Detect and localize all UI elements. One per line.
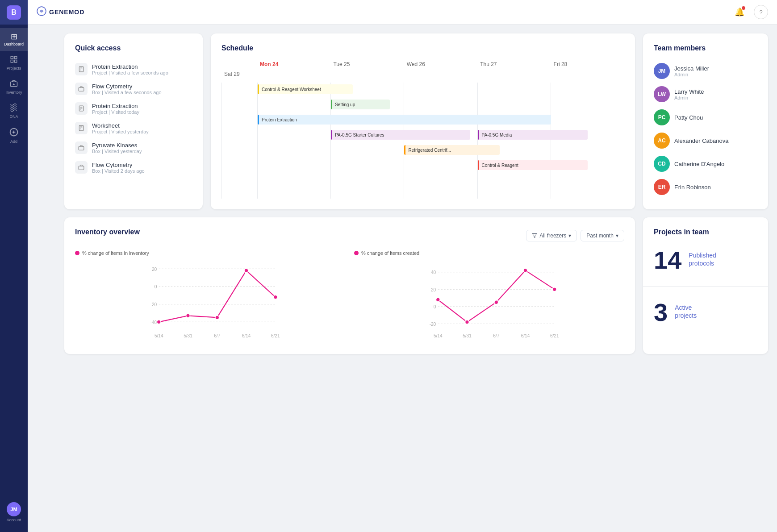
chevron-down-icon-2: ▾ [616, 233, 618, 239]
topbar-actions: 🔔 ? [732, 5, 768, 19]
member-info-1: Larry White Admin [674, 88, 704, 100]
member-info-2: Patty Chou [674, 114, 703, 121]
schedule-day-mon: Mon 24 [257, 59, 330, 69]
member-avatar-4: CD [654, 156, 670, 172]
sidebar-item-inventory[interactable]: Inventory [0, 75, 28, 99]
svg-text:6/7: 6/7 [493, 333, 499, 338]
sidebar-item-dna[interactable]: DNA [0, 99, 28, 123]
quick-item-info-0: Protein Extraction Project | Visited a f… [92, 63, 168, 75]
sidebar: B ⊞ Dashboard Projects Inventory DNA [0, 0, 28, 532]
quick-item-name-2: Protein Extraction [92, 103, 139, 109]
svg-text:6/21: 6/21 [271, 333, 280, 338]
svg-rect-2 [11, 60, 13, 62]
schedule-event-4[interactable]: PA-0.5G Media [478, 130, 588, 140]
team-member-3[interactable]: AC Alexander Cabanova [654, 129, 757, 152]
quick-item-icon-1 [75, 83, 88, 95]
member-name-1: Larry White [674, 88, 704, 95]
published-label: Publishedprotocols [689, 248, 716, 267]
sidebar-item-account[interactable]: JM Account [5, 498, 23, 527]
chart2-svg: -20020405/145/316/76/146/21 [354, 261, 624, 341]
schedule-day-fri: Fri 28 [551, 59, 624, 69]
schedule-event-0[interactable]: Control & Reagent Worksheet [258, 84, 353, 94]
schedule-event-1[interactable]: Setting up [331, 100, 389, 109]
quick-item-name-0: Protein Extraction [92, 63, 168, 70]
schedule-event-3[interactable]: PA-0.5G Starter Cultures [331, 130, 470, 140]
team-member-0[interactable]: JM Jessica Miller Admin [654, 59, 757, 83]
member-role-0: Admin [674, 72, 709, 77]
svg-point-35 [157, 320, 161, 324]
filter-icon [532, 233, 537, 238]
member-name-3: Alexander Cabanova [674, 137, 728, 144]
notification-button[interactable]: 🔔 [732, 5, 747, 19]
legend-dot-1 [75, 251, 79, 255]
filter-period-button[interactable]: Past month ▾ [581, 230, 624, 241]
sidebar-nav: ⊞ Dashboard Projects Inventory DNA Add [0, 25, 28, 498]
quick-item-0[interactable]: Protein Extraction Project | Visited a f… [75, 59, 192, 79]
quick-item-1[interactable]: Flow Cytometry Box | Visited a few secon… [75, 79, 192, 99]
svg-text:20: 20 [152, 267, 157, 272]
svg-text:5/31: 5/31 [184, 333, 192, 338]
quick-item-info-3: Worksheet Project | Visited yesterday [92, 122, 149, 134]
chevron-down-icon: ▾ [568, 233, 571, 239]
projects-stat: 14 Publishedprotocols 3 Activeprojects [654, 243, 757, 325]
svg-point-54 [465, 320, 469, 324]
team-members-title: Team members [654, 44, 757, 52]
active-stat-row: 3 Activeprojects [654, 300, 757, 325]
svg-marker-26 [532, 234, 537, 238]
quick-item-info-4: Pyruvate Kinases Box | Visited yesterday [92, 142, 142, 154]
svg-text:20: 20 [431, 287, 436, 292]
team-member-5[interactable]: ER Erin Robinson [654, 175, 757, 199]
schedule-event-5[interactable]: Refrigerated Centrif... [404, 145, 499, 155]
team-member-1[interactable]: LW Larry White Admin [654, 83, 757, 106]
chart2-container: % change of items created -20020405/145/… [354, 250, 624, 343]
filter-freezers-label: All freezers [539, 233, 566, 239]
topbar-logo-icon [37, 6, 46, 18]
team-member-4[interactable]: CD Catherine D'Angelo [654, 152, 757, 175]
account-avatar: JM [7, 502, 21, 516]
member-role-1: Admin [674, 95, 704, 100]
team-member-2[interactable]: PC Patty Chou [654, 106, 757, 129]
sidebar-item-label-dashboard: Dashboard [4, 42, 24, 46]
svg-rect-0 [11, 56, 13, 58]
sidebar-item-label-dna: DNA [9, 114, 18, 119]
svg-rect-15 [79, 87, 84, 91]
dna-icon [10, 104, 18, 113]
quick-access-card: Quick access Protein Extraction Project … [64, 33, 203, 209]
sidebar-item-dashboard[interactable]: ⊞ Dashboard [0, 28, 28, 51]
chart2-legend: % change of items created [354, 250, 624, 256]
bottom-row: Inventory overview All freezers ▾ Past m… [64, 217, 768, 354]
svg-text:6/14: 6/14 [521, 333, 530, 338]
quick-item-meta-4: Box | Visited yesterday [92, 149, 142, 154]
svg-text:-20: -20 [430, 322, 436, 327]
schedule-header: Mon 24 Tue 25 Wed 26 Thu 27 Fri 28 Sat 2… [221, 59, 624, 79]
schedule-events: Control & Reagent WorksheetSetting upPro… [258, 83, 624, 199]
sidebar-item-projects[interactable]: Projects [0, 51, 28, 75]
filter-freezers-button[interactable]: All freezers ▾ [526, 230, 577, 241]
svg-point-38 [244, 269, 248, 273]
svg-rect-3 [15, 60, 17, 62]
schedule-event-2[interactable]: Protein Extraction [258, 115, 551, 125]
quick-item-name-5: Flow Cytometry [92, 162, 145, 168]
svg-text:0: 0 [434, 304, 436, 309]
help-button[interactable]: ? [754, 5, 768, 19]
quick-item-3[interactable]: Worksheet Project | Visited yesterday [75, 118, 192, 138]
quick-item-name-3: Worksheet [92, 122, 149, 129]
svg-text:5/14: 5/14 [155, 333, 163, 338]
quick-access-title: Quick access [75, 44, 192, 52]
sidebar-item-add[interactable]: Add [0, 123, 28, 148]
svg-rect-24 [79, 146, 84, 150]
schedule-event-6[interactable]: Control & Reagent [478, 160, 588, 170]
svg-text:6/7: 6/7 [214, 333, 220, 338]
quick-item-icon-4 [75, 141, 88, 154]
quick-item-5[interactable]: Flow Cytometry Box | Visited 2 days ago [75, 158, 192, 177]
quick-item-4[interactable]: Pyruvate Kinases Box | Visited yesterday [75, 138, 192, 158]
quick-item-info-5: Flow Cytometry Box | Visited 2 days ago [92, 162, 145, 174]
svg-text:0: 0 [155, 284, 157, 289]
sidebar-bottom: JM Account [5, 498, 23, 527]
quick-item-2[interactable]: Protein Extraction Project | Visited tod… [75, 99, 192, 118]
quick-item-name-4: Pyruvate Kinases [92, 142, 142, 149]
quick-item-info-1: Flow Cytometry Box | Visited a few secon… [92, 83, 162, 95]
inventory-overview-card: Inventory overview All freezers ▾ Past m… [64, 217, 635, 354]
inventory-icon [10, 79, 18, 89]
topbar-logo: GENEMOD [37, 6, 84, 18]
